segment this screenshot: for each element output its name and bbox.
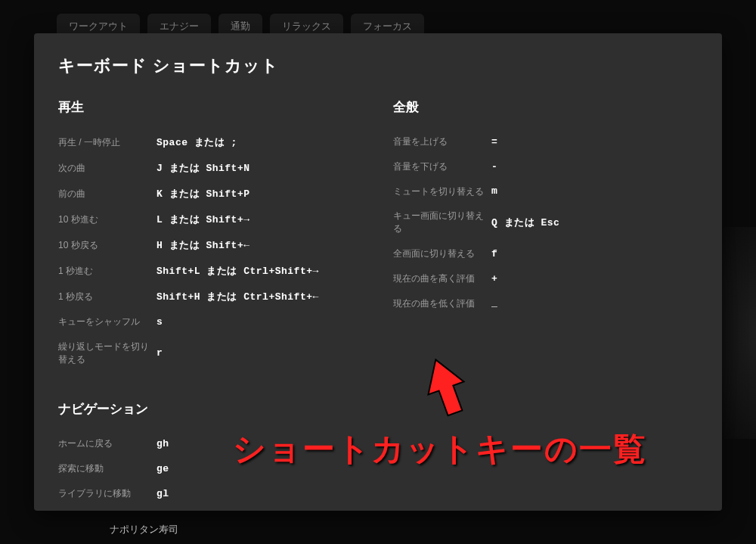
shortcut-label: 探索に移動 <box>58 462 156 475</box>
shortcut-label: 全画面に切り替える <box>393 247 491 260</box>
background-username: ナポリタン寿司 <box>110 523 178 536</box>
shortcut-label: 前の曲 <box>58 188 156 201</box>
shortcut-keys: + <box>491 273 497 284</box>
shortcut-label: ライブラリに移動 <box>58 487 156 500</box>
shortcut-label: ミュートを切り替える <box>393 185 491 198</box>
shortcut-row: ミュートを切り替える m <box>393 179 698 204</box>
shortcut-label: ホームに戻る <box>58 437 156 450</box>
shortcut-row: 10 秒戻る H または Shift+← <box>58 232 363 258</box>
navigation-title: ナビゲーション <box>58 400 363 418</box>
playback-title: 再生 <box>58 98 363 116</box>
general-title: 全般 <box>393 98 698 116</box>
shortcut-row: 現在の曲を低く評価 _ <box>393 291 698 316</box>
shortcut-label: 繰り返しモードを切り替える <box>58 340 156 366</box>
shortcut-label: 10 秒戻る <box>58 239 156 252</box>
shortcut-row: 音量を上げる = <box>393 129 698 154</box>
shortcut-label: キュー画面に切り替える <box>393 210 491 235</box>
shortcut-row: 10 秒進む L または Shift+→ <box>58 207 363 232</box>
shortcut-keys: ge <box>156 463 169 474</box>
shortcut-keys: s <box>156 316 163 328</box>
modal-title: キーボード ショートカット <box>58 54 698 77</box>
shortcut-row: 次の曲 J または Shift+N <box>58 155 363 181</box>
shortcut-row: 1 秒進む Shift+L または Ctrl+Shift+→ <box>58 258 363 284</box>
shortcut-keys: Shift+H または Ctrl+Shift+← <box>156 290 319 303</box>
shortcut-keys: H または Shift+← <box>156 238 250 252</box>
shortcut-keys: Shift+L または Ctrl+Shift+→ <box>156 264 319 278</box>
annotation-text: ショートカットキーの一覧 <box>233 427 647 471</box>
shortcut-keys: J または Shift+N <box>156 161 250 175</box>
shortcut-keys: L または Shift+→ <box>156 213 250 226</box>
shortcut-keys: _ <box>491 297 497 309</box>
shortcut-keys: Space または ; <box>156 135 237 149</box>
shortcut-keys: m <box>491 185 497 197</box>
shortcut-label: キューをシャッフル <box>58 316 156 328</box>
shortcut-row: 1 秒戻る Shift+H または Ctrl+Shift+← <box>58 284 363 309</box>
shortcut-label: 10 秒進む <box>58 213 156 226</box>
side-shadow <box>718 227 756 439</box>
shortcut-label: 1 秒戻る <box>58 291 156 303</box>
shortcut-label: 次の曲 <box>58 162 156 175</box>
shortcut-label: 音量を下げる <box>393 160 491 173</box>
shortcut-keys: f <box>491 248 497 260</box>
shortcut-keys: Q または Esc <box>491 216 559 229</box>
shortcut-row: 現在の曲を高く評価 + <box>393 266 698 291</box>
annotation-arrow-icon <box>420 354 472 422</box>
playback-section: 再生 再生 / 一時停止 Space または ; 次の曲 J または Shift… <box>58 98 363 371</box>
shortcut-row: 全画面に切り替える f <box>393 241 698 266</box>
shortcut-keys: - <box>491 161 497 173</box>
shortcut-keys: r <box>156 347 163 359</box>
shortcut-keys: K または Shift+P <box>156 187 250 201</box>
shortcut-keys: gl <box>156 488 169 499</box>
shortcut-row: 音量を下げる - <box>393 154 698 179</box>
shortcut-keys: gh <box>156 438 169 449</box>
shortcut-row: キューをシャッフル s <box>58 309 363 334</box>
shortcut-row: 再生 / 一時停止 Space または ; <box>58 129 363 155</box>
shortcut-label: 再生 / 一時停止 <box>58 136 156 149</box>
shortcut-label: 現在の曲を高く評価 <box>393 272 491 285</box>
shortcut-row: 前の曲 K または Shift+P <box>58 181 363 207</box>
shortcut-row: 設定に移動 g, <box>58 506 363 511</box>
shortcut-keys: = <box>491 136 497 148</box>
shortcut-row: キュー画面に切り替える Q または Esc <box>393 204 698 241</box>
shortcut-row: ライブラリに移動 gl <box>58 481 363 506</box>
general-section: 全般 音量を上げる = 音量を下げる - ミュートを切り替える m キュー画面に… <box>393 98 698 316</box>
shortcut-row: 繰り返しモードを切り替える r <box>58 334 363 372</box>
shortcut-label: 音量を上げる <box>393 135 491 148</box>
shortcut-label: 現在の曲を低く評価 <box>393 297 491 310</box>
shortcut-label: 1 秒進む <box>58 265 156 278</box>
